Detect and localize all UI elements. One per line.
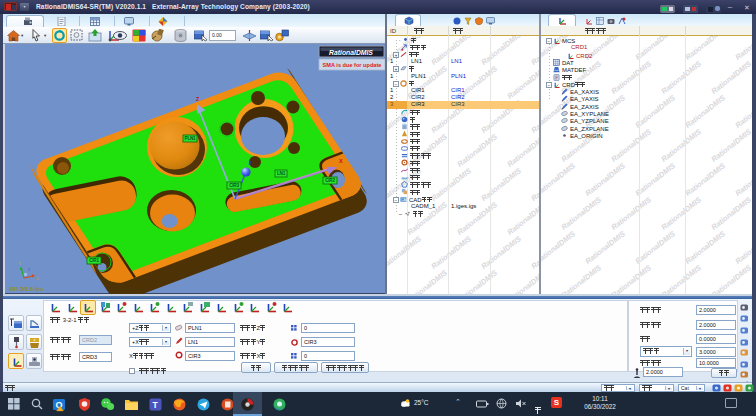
- svg-text:CIR3: CIR3: [229, 183, 239, 188]
- svg-text:X: X: [36, 276, 39, 281]
- svg-text:Z: Z: [28, 268, 31, 272]
- svg-text:T: T: [153, 400, 159, 410]
- svg-text:CIR2: CIR2: [325, 178, 335, 183]
- svg-text:CAD: CAD: [401, 198, 407, 202]
- svg-text:CIR1: CIR1: [89, 258, 99, 263]
- svg-text:X: X: [339, 158, 343, 164]
- svg-text:Y: Y: [19, 261, 22, 266]
- svg-text:RationalDMIS: RationalDMIS: [329, 49, 373, 56]
- svg-text:LN1: LN1: [277, 171, 286, 176]
- svg-text:484.3/8.6 fps: 484.3/8.6 fps: [9, 286, 43, 292]
- svg-text:2: 2: [249, 160, 252, 166]
- svg-text:SMA is due for update: SMA is due for update: [323, 62, 382, 68]
- svg-text:PLN1: PLN1: [185, 136, 197, 141]
